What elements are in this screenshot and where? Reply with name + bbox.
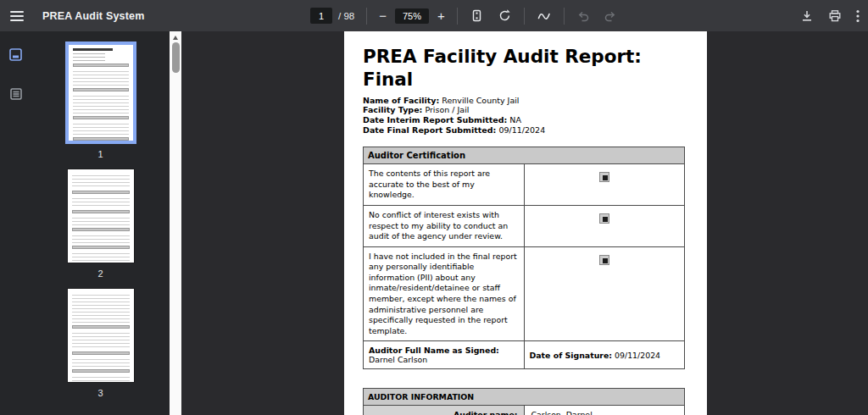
auditor-information-table: AUDITOR INFORMATION Auditor name: Carlso… (363, 388, 685, 415)
document-area[interactable]: PREA Facility Audit Report: Final Name o… (181, 31, 868, 415)
section-header: AUDITOR INFORMATION (364, 389, 685, 406)
pdf-toolbar: PREA Audit System / 98 − 75% + (0, 0, 868, 31)
thumbnail-page-1[interactable] (65, 42, 136, 144)
thumbnail-page-number: 1 (97, 149, 103, 159)
print-icon[interactable] (828, 9, 842, 23)
toolbar-divider (524, 8, 525, 25)
page-count-label: / 98 (338, 11, 354, 21)
checkbox-checked-icon (599, 255, 609, 265)
zoom-level[interactable]: 75% (395, 8, 429, 24)
meta-value: NA (509, 115, 521, 125)
meta-label: Facility Type: (363, 105, 422, 114)
scrollbar-up-arrow-icon[interactable] (173, 36, 178, 40)
meta-label: Date Final Report Submitted: (363, 125, 496, 135)
certification-statement: No conflict of interest exists with resp… (364, 205, 525, 246)
auditor-signed-cell: Auditor Full Name as Signed: Darnel Carl… (364, 341, 525, 369)
more-options-icon[interactable] (856, 9, 860, 23)
checkbox-checked-icon (599, 213, 609, 224)
zoom-in-button[interactable]: + (437, 8, 445, 23)
fit-page-icon[interactable] (470, 8, 484, 23)
meta-value: Prison / Jail (425, 105, 469, 114)
field-label: Auditor name: (364, 406, 525, 415)
signed-label: Auditor Full Name as Signed: (369, 346, 499, 355)
redo-icon[interactable] (604, 9, 617, 23)
checkbox-checked-icon (599, 172, 609, 182)
outline-view-icon[interactable] (8, 86, 25, 105)
rotate-icon[interactable] (498, 8, 512, 23)
auditor-certification-table: Auditor Certification The contents of th… (363, 147, 685, 369)
thumbnails-view-icon[interactable] (7, 46, 25, 66)
meta-label: Date Interim Report Submitted: (363, 115, 507, 125)
undo-icon[interactable] (576, 9, 590, 23)
thumbnail-preview (72, 292, 130, 381)
annotate-icon[interactable] (537, 8, 552, 24)
thumbnail-scrollbar[interactable] (170, 31, 181, 415)
toolbar-divider (457, 8, 458, 25)
signature-date-cell: Date of Signature: 09/11/2024 (524, 341, 685, 369)
thumbnail-page-3[interactable] (67, 288, 135, 383)
field-value: Carlson, Darnel (524, 406, 685, 415)
thumbnail-page-number: 2 (97, 268, 103, 279)
sidebar-rail (0, 31, 31, 415)
thumbnail-page-number: 3 (97, 388, 103, 398)
download-icon[interactable] (800, 9, 814, 23)
certification-statement: The contents of this report are accurate… (364, 164, 525, 206)
certification-statement: I have not included in the final report … (364, 246, 525, 341)
report-meta: Name of Facility: Renville County Jail F… (363, 96, 685, 135)
meta-value: Renville County Jail (442, 96, 519, 105)
date-value: 09/11/2024 (615, 351, 660, 360)
toolbar-divider (366, 8, 367, 25)
thumbnail-preview (72, 173, 130, 263)
zoom-out-button[interactable]: − (379, 8, 387, 23)
report-title: PREA Facility Audit Report: Final (363, 46, 685, 91)
meta-label: Name of Facility: (363, 96, 439, 105)
toolbar-divider (564, 8, 565, 25)
pdf-page-1: PREA Facility Audit Report: Final Name o… (344, 31, 707, 415)
date-label: Date of Signature: (530, 351, 613, 360)
app-title: PREA Audit System (42, 10, 145, 22)
menu-icon[interactable] (10, 11, 24, 21)
scrollbar-thumb[interactable] (172, 42, 180, 73)
thumbnail-page-2[interactable] (67, 169, 135, 263)
section-header: Auditor Certification (364, 147, 685, 164)
page-number-input[interactable] (310, 8, 332, 24)
thumbnail-preview (73, 48, 129, 142)
signed-value: Darnel Carlson (369, 355, 427, 364)
meta-value: 09/11/2024 (498, 125, 545, 135)
thumbnail-panel: 1 2 3 (31, 31, 170, 415)
